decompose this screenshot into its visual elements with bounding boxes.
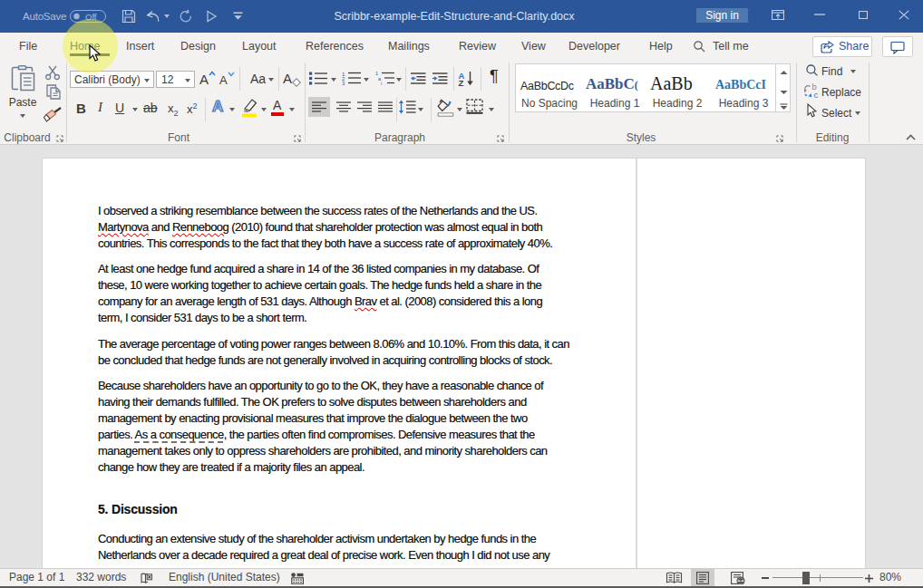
svg-text:3: 3 xyxy=(342,81,345,86)
svg-text:c: c xyxy=(814,90,819,99)
svg-text:Z: Z xyxy=(459,78,464,87)
svg-text:i: i xyxy=(381,81,382,85)
